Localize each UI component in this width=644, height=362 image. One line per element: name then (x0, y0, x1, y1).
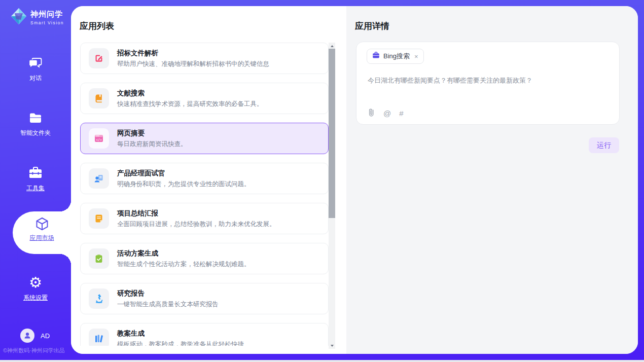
app-description: 每日政府新闻资讯快查。 (117, 140, 187, 149)
app-card-webpage-summary[interactable]: </> 网页摘要 每日政府新闻资讯快查。 (80, 123, 329, 154)
app-details-panel: 应用详情 Bing搜索 × 今日湖北有哪些新闻要点？有哪些需要关注的最新政策？ (346, 6, 638, 354)
scrollbar-thumb[interactable] (329, 49, 335, 218)
microscope-icon (89, 288, 109, 309)
app-card-research-report[interactable]: 研究报告 一键智能生成高质量长文本研究报告 (80, 283, 329, 314)
mention-icon[interactable]: @ (383, 110, 391, 118)
hashtag-icon[interactable]: # (399, 110, 403, 118)
app-description: 帮助用户快速、准确地理解和解析招标书中的关键信息 (117, 60, 269, 68)
app-card-project-summary[interactable]: 项目总结汇报 全面回顾项目进展，总结经验教训，助力未来优化发展。 (80, 203, 329, 234)
chat-icon (0, 57, 71, 70)
books-icon (89, 329, 109, 346)
app-list: 招标文件解析 帮助用户快速、准确地理解和解析招标书中的关键信息 文献搜索 快速精… (80, 43, 329, 346)
app-title: 招标文件解析 (117, 49, 269, 58)
sidebar-item-label: 应用市场 (13, 234, 71, 242)
gear-icon: ⚙ (0, 275, 71, 289)
app-list-scrollbar[interactable] (329, 43, 335, 349)
edit-document-icon (89, 48, 109, 68)
app-details-title: 应用详情 (355, 20, 389, 32)
browser-code-icon: </> (89, 128, 109, 149)
scroll-up-arrow-icon (331, 45, 334, 47)
app-description: 智能生成个性化活动方案，轻松解决规划难题。 (117, 260, 251, 269)
app-title: 活动方案生成 (117, 249, 251, 258)
query-card: Bing搜索 × 今日湖北有哪些新闻要点？有哪些需要关注的最新政策？ @ # (356, 42, 620, 125)
app-card-pm-interviewer[interactable]: 产品经理面试官 明确身份和职责，为您提供专业性的面试问题。 (80, 163, 329, 194)
sidebar-item-chat[interactable]: 对话 (0, 57, 71, 83)
logo-diamond-icon (10, 7, 27, 27)
app-card-bid-analysis[interactable]: 招标文件解析 帮助用户快速、准确地理解和解析招标书中的关键信息 (80, 43, 329, 74)
scroll-down-arrow-icon (331, 345, 334, 347)
book-icon (89, 88, 109, 108)
clipboard-check-icon (89, 248, 109, 269)
sidebar-item-toolset[interactable]: 工具集 (0, 166, 71, 193)
app-title: 研究报告 (117, 289, 219, 298)
scroll-down-button[interactable] (329, 342, 335, 349)
logo-title: 神州问学 (30, 10, 64, 19)
app-description: 模板驱动，教案秒成，教学准备从此轻松快捷 (117, 340, 244, 346)
app-title: 文献搜索 (117, 89, 263, 98)
copyright-footer: ©神州数码·神州问学出品 (3, 347, 65, 354)
app-card-lesson-plan[interactable]: 教案生成 模板驱动，教案秒成，教学准备从此轻松快捷 (80, 323, 329, 346)
main-panel: 应用列表 招标文件解析 帮助用户快速、准确地理解和解析招标书中的关键信息 (71, 6, 638, 354)
app-description: 一键智能生成高质量长文本研究报告 (117, 300, 219, 309)
sidebar-item-label: 工具集 (0, 184, 71, 193)
user-name: AD (41, 332, 50, 340)
svg-text:</>: </> (96, 138, 102, 142)
app-description: 全面回顾项目进展，总结经验教训，助力未来优化发展。 (117, 220, 276, 229)
user-account[interactable]: AD (20, 329, 50, 343)
cube-icon (13, 216, 71, 234)
tool-chip-bing-search[interactable]: Bing搜索 × (367, 49, 424, 64)
app-card-literature-search[interactable]: 文献搜索 快速精准查找学术资源，提高研究效率的必备工具。 (80, 83, 329, 114)
close-icon[interactable]: × (414, 53, 418, 60)
sidebar-item-label: 智能文件夹 (0, 129, 71, 137)
app-title: 产品经理面试官 (117, 169, 251, 178)
app-list-panel: 应用列表 招标文件解析 帮助用户快速、准确地理解和解析招标书中的关键信息 (71, 6, 346, 354)
sidebar-item-system-settings[interactable]: ⚙ 系统设置 (0, 275, 71, 302)
sidebar-item-smart-folder[interactable]: 智能文件夹 (0, 112, 71, 137)
input-toolbar: @ # (368, 108, 404, 119)
attachment-icon[interactable] (368, 108, 375, 119)
logo-subtitle: Smart Vision (30, 20, 64, 25)
briefcase-icon (372, 52, 380, 61)
app-description: 快速精准查找学术资源，提高研究效率的必备工具。 (117, 100, 263, 108)
toolbox-icon (0, 166, 71, 180)
app-description: 明确身份和职责，为您提供专业性的面试问题。 (117, 180, 251, 189)
run-button[interactable]: 运行 (589, 137, 619, 153)
memo-icon (89, 208, 109, 229)
folder-icon (0, 112, 71, 125)
sidebar-item-app-market[interactable]: 应用市场 (13, 211, 71, 254)
app-card-event-plan[interactable]: 活动方案生成 智能生成个性化活动方案，轻松解决规划难题。 (80, 243, 329, 274)
avatar (20, 329, 34, 343)
app-list-title: 应用列表 (80, 20, 114, 32)
app-logo: 神州问学 Smart Vision (10, 7, 64, 27)
sidebar-item-label: 对话 (0, 74, 71, 83)
app-background: 神州问学 Smart Vision 对话 智能文件夹 (0, 0, 644, 360)
app-title: 网页摘要 (117, 129, 187, 138)
sidebar-item-label: 系统设置 (0, 294, 71, 302)
app-title: 教案生成 (117, 329, 244, 338)
app-title: 项目总结汇报 (117, 209, 276, 218)
query-input[interactable]: 今日湖北有哪些新闻要点？有哪些需要关注的最新政策？ (368, 76, 606, 86)
sidebar: 神州问学 Smart Vision 对话 智能文件夹 (0, 0, 71, 360)
page-bottom-strip (0, 360, 644, 362)
interviewer-icon (89, 168, 109, 189)
tool-chip-label: Bing搜索 (383, 52, 410, 61)
